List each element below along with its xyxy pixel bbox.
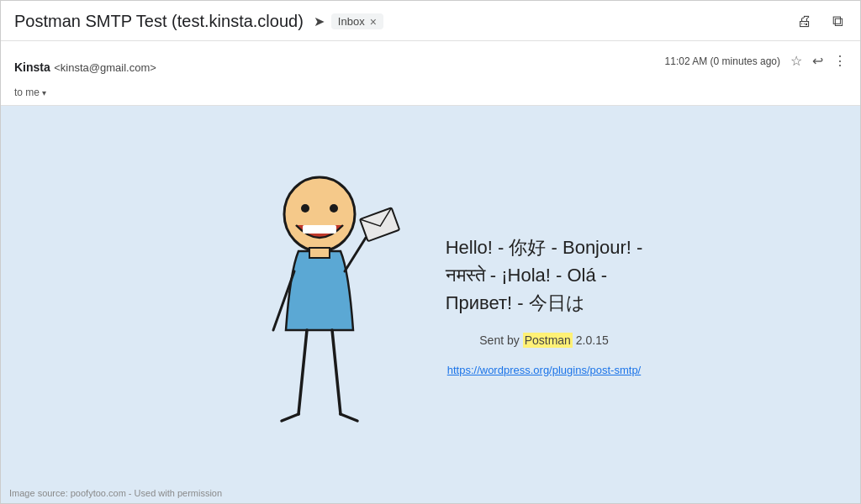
plugin-url-link[interactable]: https://wordpress.org/plugins/post-smtp/ (447, 364, 642, 376)
sender-name-line: Kinsta <kinsta@gmail.com> (14, 51, 665, 85)
svg-rect-9 (360, 207, 399, 241)
svg-line-10 (298, 330, 307, 414)
svg-line-13 (341, 414, 357, 421)
email-inner: Hello! - 你好 - Bonjour! - नमस्ते - ¡Hola!… (1, 106, 860, 503)
reply-button[interactable]: ↩ (812, 53, 823, 69)
sender-email: <kinsta@gmail.com> (54, 61, 156, 74)
to-me-label: to me (14, 87, 40, 98)
email-container: Postman SMTP Test (test.kinsta.cloud) ➤ … (1, 1, 860, 503)
email-subject: Postman SMTP Test (test.kinsta.cloud) (14, 12, 304, 31)
more-options-button[interactable]: ⋮ (833, 53, 847, 69)
right-content: Hello! - 你好 - Bonjour! - नमस्ते - ¡Hola!… (446, 234, 643, 376)
inbox-label: Inbox (338, 15, 365, 28)
print-button[interactable]: 🖨 (794, 9, 816, 34)
sent-by-version: 2.0.15 (573, 333, 609, 347)
svg-line-11 (332, 330, 341, 414)
sender-name: Kinsta (14, 60, 50, 74)
stick-figure-illustration (219, 162, 420, 448)
svg-rect-6 (309, 248, 330, 258)
to-dropdown-arrow: ▾ (42, 88, 46, 97)
greeting-text: Hello! - 你好 - Bonjour! - नमस्ते - ¡Hola!… (446, 234, 643, 317)
svg-line-8 (345, 238, 366, 271)
subject-arrow-icon: ➤ (314, 13, 325, 29)
sender-info: Kinsta <kinsta@gmail.com> to me ▾ (14, 51, 665, 98)
subject-row: Postman SMTP Test (test.kinsta.cloud) ➤ … (1, 1, 860, 41)
image-source-caption: Image source: poofytoo.com - Used with p… (9, 488, 222, 498)
inbox-badge[interactable]: Inbox × (331, 13, 383, 29)
greeting-line1: Hello! - 你好 - Bonjour! - (446, 234, 643, 261)
postman-highlight: Postman (523, 333, 573, 348)
to-me[interactable]: to me ▾ (14, 87, 665, 98)
email-meta: 11:02 AM (0 minutes ago) ☆ ↩ ⋮ (665, 53, 847, 69)
sent-by-line: Sent by Postman 2.0.15 (479, 333, 608, 347)
meta-icons: ☆ ↩ ⋮ (790, 53, 847, 69)
sender-row: Kinsta <kinsta@gmail.com> to me ▾ 11:02 … (1, 41, 860, 106)
stick-figure-svg (235, 162, 404, 448)
header-actions: 🖨 ⧉ (794, 9, 847, 34)
email-content-area: Hello! - 你好 - Bonjour! - नमस्ते - ¡Hola!… (1, 106, 860, 503)
sent-by-prefix: Sent by (479, 333, 522, 347)
print-icon: 🖨 (797, 13, 812, 29)
greeting-line3: Привет! - 今日は (446, 289, 643, 317)
email-body: Hello! - 你好 - Bonjour! - नमस्ते - ¡Hola!… (1, 106, 860, 503)
svg-rect-3 (303, 225, 336, 234)
greeting-line2: नमस्ते - ¡Hola! - Olá - (446, 261, 643, 289)
email-timestamp: 11:02 AM (0 minutes ago) (665, 55, 780, 67)
svg-point-2 (284, 177, 355, 251)
svg-line-12 (282, 414, 298, 421)
svg-point-4 (301, 204, 309, 213)
popout-icon: ⧉ (832, 13, 843, 29)
svg-point-5 (330, 204, 338, 213)
star-button[interactable]: ☆ (790, 53, 802, 69)
close-inbox-tag-button[interactable]: × (370, 16, 377, 28)
popout-button[interactable]: ⧉ (829, 9, 847, 34)
